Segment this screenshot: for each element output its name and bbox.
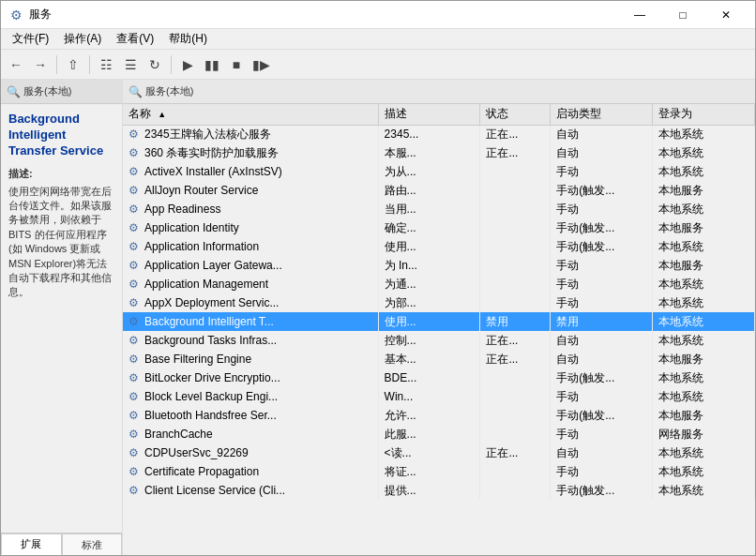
cell-login: 本地系统 <box>653 237 755 256</box>
pause-button[interactable]: ▮▮ <box>201 53 223 76</box>
table-row[interactable]: ⚙BranchCache此服...手动网络服务 <box>123 425 755 443</box>
close-button[interactable]: ✕ <box>704 1 748 29</box>
table-row[interactable]: ⚙Application Identity确定...手动(触发...本地服务 <box>123 218 755 237</box>
table-row[interactable]: ⚙Base Filtering Engine基本...正在...自动本地服务 <box>123 350 755 368</box>
cell-name: ⚙Bluetooth Handsfree Ser... <box>123 406 378 425</box>
cell-login: 本地系统 <box>653 387 755 406</box>
table-row[interactable]: ⚙ActiveX Installer (AxInstSV)为从...手动本地系统 <box>123 162 755 181</box>
service-gear-icon: ⚙ <box>129 465 142 478</box>
main-window: ⚙ 服务 — □ ✕ 文件(F) 操作(A) 查看(V) 帮助(H) ← → ⇧… <box>0 0 756 556</box>
table-row[interactable]: ⚙Application Information使用...手动(触发...本地系… <box>123 237 755 256</box>
service-detail: Background Intelligent Transfer Service … <box>1 104 122 533</box>
cell-status: 正在... <box>480 443 551 462</box>
tab-extended[interactable]: 扩展 <box>1 533 62 555</box>
services-table-wrapper[interactable]: 名称 ▲ 描述 状态 启动类型 登录为 ⚙2345王牌输入法核心服务2345..… <box>123 104 755 555</box>
table-row[interactable]: ⚙Certificate Propagation将证...手动本地系统 <box>123 462 755 481</box>
service-gear-icon: ⚙ <box>129 184 142 197</box>
table-row[interactable]: ⚙Background Intelligent T...使用...禁用禁用本地系… <box>123 312 755 331</box>
cell-name: ⚙Application Identity <box>123 218 378 237</box>
cell-desc: Win... <box>378 387 480 406</box>
service-gear-icon: ⚙ <box>129 371 142 384</box>
service-gear-icon: ⚙ <box>129 278 142 291</box>
back-button[interactable]: ← <box>5 53 27 76</box>
menu-help[interactable]: 帮助(H) <box>161 29 215 49</box>
cell-desc: 此服... <box>378 425 480 443</box>
cell-desc: 为通... <box>378 275 480 293</box>
cell-desc: 提供... <box>378 481 480 500</box>
table-row[interactable]: ⚙AllJoyn Router Service路由...手动(触发...本地服务 <box>123 181 755 200</box>
cell-desc: 将证... <box>378 462 480 481</box>
cell-desc: 2345... <box>378 125 480 143</box>
cell-desc: 当用... <box>378 200 480 218</box>
right-panel-header: 🔍 服务(本地) <box>123 80 755 104</box>
table-row[interactable]: ⚙360 杀毒实时防护加载服务本服...正在...自动本地系统 <box>123 143 755 162</box>
cell-startup: 手动(触发... <box>551 181 653 200</box>
cell-login: 本地系统 <box>653 462 755 481</box>
service-gear-icon: ⚙ <box>129 315 142 328</box>
cell-login: 本地服务 <box>653 181 755 200</box>
cell-login: 本地服务 <box>653 350 755 368</box>
cell-name: ⚙ActiveX Installer (AxInstSV) <box>123 162 378 181</box>
menu-file[interactable]: 文件(F) <box>5 29 56 49</box>
cell-login: 本地系统 <box>653 143 755 162</box>
cell-name: ⚙Background Tasks Infras... <box>123 331 378 350</box>
cell-desc: 控制... <box>378 331 480 350</box>
service-gear-icon: ⚙ <box>129 409 142 422</box>
menu-view[interactable]: 查看(V) <box>109 29 161 49</box>
left-panel-title: 服务(本地) <box>23 84 71 98</box>
table-row[interactable]: ⚙Block Level Backup Engi...Win...手动本地系统 <box>123 387 755 406</box>
table-row[interactable]: ⚙BitLocker Drive Encryptio...BDE...手动(触发… <box>123 368 755 387</box>
col-header-startup[interactable]: 启动类型 <box>551 104 653 125</box>
properties-button[interactable]: ☰ <box>119 53 142 76</box>
service-gear-icon: ⚙ <box>129 484 142 497</box>
cell-desc: 允许... <box>378 406 480 425</box>
cell-desc: 使用... <box>378 237 480 256</box>
maximize-button[interactable]: □ <box>661 1 704 29</box>
col-header-name[interactable]: 名称 ▲ <box>123 104 378 125</box>
table-row[interactable]: ⚙Background Tasks Infras...控制...正在...自动本… <box>123 331 755 350</box>
cell-status <box>480 406 551 425</box>
col-header-desc[interactable]: 描述 <box>378 104 480 125</box>
cell-login: 本地系统 <box>653 125 755 143</box>
cell-startup: 手动 <box>551 425 653 443</box>
show-hide-button[interactable]: ☷ <box>95 53 117 76</box>
col-header-status[interactable]: 状态 <box>480 104 551 125</box>
col-header-login[interactable]: 登录为 <box>653 104 755 125</box>
minimize-button[interactable]: — <box>618 1 661 29</box>
title-bar: ⚙ 服务 — □ ✕ <box>1 1 755 29</box>
cell-startup: 手动 <box>551 293 653 312</box>
table-row[interactable]: ⚙App Readiness当用...手动本地系统 <box>123 200 755 218</box>
up-button[interactable]: ⇧ <box>62 53 84 76</box>
table-row[interactable]: ⚙2345王牌输入法核心服务2345...正在...自动本地系统 <box>123 125 755 143</box>
service-gear-icon: ⚙ <box>129 296 142 309</box>
service-gear-icon: ⚙ <box>129 259 142 272</box>
cell-startup: 手动(触发... <box>551 218 653 237</box>
cell-status <box>480 293 551 312</box>
tab-standard[interactable]: 标准 <box>62 533 123 555</box>
cell-login: 本地服务 <box>653 406 755 425</box>
service-gear-icon: ⚙ <box>129 446 142 459</box>
menu-action[interactable]: 操作(A) <box>56 29 109 49</box>
service-gear-icon: ⚙ <box>129 428 142 441</box>
cell-login: 本地系统 <box>653 275 755 293</box>
refresh-button[interactable]: ↻ <box>144 53 166 76</box>
forward-button[interactable]: → <box>29 53 52 76</box>
cell-name: ⚙Application Information <box>123 237 378 256</box>
table-row[interactable]: ⚙Bluetooth Handsfree Ser...允许...手动(触发...… <box>123 406 755 425</box>
restart-button[interactable]: ▮▶ <box>249 53 272 76</box>
cell-name: ⚙Certificate Propagation <box>123 462 378 481</box>
cell-login: 本地系统 <box>653 200 755 218</box>
service-gear-icon: ⚙ <box>129 353 142 366</box>
cell-name: ⚙Application Layer Gatewa... <box>123 256 378 275</box>
services-table: 名称 ▲ 描述 状态 启动类型 登录为 ⚙2345王牌输入法核心服务2345..… <box>123 104 755 500</box>
table-row[interactable]: ⚙AppX Deployment Servic...为部...手动本地系统 <box>123 293 755 312</box>
start-button[interactable]: ▶ <box>176 53 199 76</box>
table-row[interactable]: ⚙Application Layer Gatewa...为 In...手动本地服… <box>123 256 755 275</box>
cell-name: ⚙Base Filtering Engine <box>123 350 378 368</box>
table-row[interactable]: ⚙Client License Service (Cli...提供...手动(触… <box>123 481 755 500</box>
stop-button[interactable]: ■ <box>225 53 248 76</box>
right-panel: 🔍 服务(本地) 名称 ▲ 描述 状态 启动类型 <box>123 80 755 555</box>
desc-label: 描述: <box>8 167 114 181</box>
table-row[interactable]: ⚙Application Management为通...手动本地系统 <box>123 275 755 293</box>
table-row[interactable]: ⚙CDPUserSvc_92269<读...正在...自动本地系统 <box>123 443 755 462</box>
